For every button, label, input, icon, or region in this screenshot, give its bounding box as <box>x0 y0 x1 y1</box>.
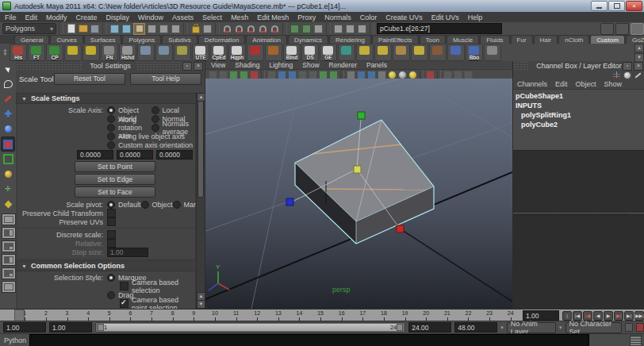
menu-edit-uvs[interactable]: Edit UVs <box>431 13 459 21</box>
shelf-item[interactable] <box>411 44 428 61</box>
shelf-item[interactable]: Hgph <box>228 44 246 61</box>
shelf-tab-painteffects[interactable]: PaintEffects <box>372 35 419 44</box>
shelf-item[interactable]: Blnd <box>283 44 301 61</box>
cb-menu-edit[interactable]: Edit <box>555 80 568 88</box>
snap-to-surface-button[interactable] <box>270 24 280 34</box>
custom-axis-y-field[interactable] <box>117 150 153 160</box>
radio-along-live-object-axis[interactable]: Along live object axis <box>107 133 185 140</box>
shelf-tab-general[interactable]: General <box>14 35 49 44</box>
time-ruler[interactable]: 1 2 3 4 5 6 7 8 9 10 11 12 13 14 15 16 1… <box>0 309 521 321</box>
channel-box-header[interactable]: Channel Box / Layer Editor ▫ × <box>513 61 644 71</box>
layout-hypergraph-persp-button[interactable] <box>2 267 16 279</box>
command-language-toggle[interactable]: Python <box>4 336 26 344</box>
panel-undock-icon[interactable]: ▫ <box>182 62 192 71</box>
vp-menu-panels[interactable]: Panels <box>366 61 387 69</box>
snap-to-plane-button[interactable] <box>258 24 268 34</box>
select-object-button[interactable] <box>121 24 132 34</box>
menu-proxy[interactable]: Proxy <box>297 13 316 21</box>
status-divider[interactable] <box>370 23 374 34</box>
close-button[interactable]: × <box>626 1 642 11</box>
isolate-select-icon[interactable] <box>426 71 435 79</box>
shelf-item[interactable] <box>429 44 447 61</box>
status-divider[interactable] <box>326 23 331 34</box>
shelf-scroll-up[interactable]: ▲ <box>634 44 644 52</box>
shelf-item[interactable] <box>447 44 465 61</box>
textured-mode-icon[interactable] <box>367 71 376 79</box>
shelf-item[interactable]: UTE <box>192 44 209 61</box>
status-divider[interactable] <box>183 23 188 34</box>
node-inputs[interactable]: INPUTS <box>513 101 644 110</box>
manip-axis-icon[interactable] <box>613 71 620 79</box>
range-start-handle[interactable] <box>98 324 104 331</box>
move-tool[interactable]: ✚ <box>1 106 15 121</box>
field-chart-icon[interactable] <box>298 71 307 79</box>
exposure-icon[interactable] <box>464 71 473 79</box>
film-gate-icon[interactable] <box>267 71 276 79</box>
lock-camera-icon[interactable] <box>219 71 228 79</box>
use-all-lights-icon[interactable] <box>378 71 386 79</box>
menu-edit-mesh[interactable]: Edit Mesh <box>257 13 289 21</box>
step-size-field[interactable] <box>107 248 148 257</box>
shelf-item[interactable] <box>484 44 501 61</box>
panel-undock-icon[interactable]: ▫ <box>623 62 632 71</box>
node-polycube2[interactable]: polyCube2 <box>513 120 644 129</box>
playback-start-field[interactable] <box>49 322 92 333</box>
menu-window[interactable]: Window <box>138 13 163 21</box>
layout-outliner-persp-button[interactable] <box>2 254 16 266</box>
shelf-tab-fur[interactable]: Fur <box>511 35 533 44</box>
gate-mask-icon[interactable] <box>288 71 297 79</box>
status-divider[interactable] <box>282 23 287 34</box>
mask-faces-button[interactable] <box>171 24 181 34</box>
mask-points-button[interactable] <box>147 24 157 34</box>
menu-color[interactable]: Color <box>360 13 378 21</box>
vp-menu-shading[interactable]: Shading <box>235 61 259 69</box>
input-connections-button[interactable] <box>289 24 300 34</box>
output-connections-button[interactable] <box>301 24 312 34</box>
shelf-tab-gozbrush[interactable]: GoZBrush <box>626 35 644 44</box>
shelf-item[interactable]: GE <box>320 44 337 61</box>
radio-custom-axis-orientation[interactable]: Custom axis orientation <box>107 141 193 149</box>
shelf-item[interactable] <box>137 44 155 61</box>
highlight-selection-button[interactable] <box>202 24 213 34</box>
render-settings-button[interactable] <box>357 24 367 34</box>
common-selection-section-header[interactable]: ▼ Common Selection Options <box>16 260 197 271</box>
shelf-tab-dynamics[interactable]: Dynamics <box>288 35 328 44</box>
cb-menu-channels[interactable]: Channels <box>517 80 547 88</box>
preserve-uvs-checkbox[interactable] <box>107 217 116 226</box>
xray-joints-icon[interactable] <box>454 71 462 79</box>
shelf-item[interactable] <box>338 44 355 61</box>
range-end-handle[interactable] <box>397 324 403 331</box>
layout-persp-graph-button[interactable] <box>2 281 16 293</box>
menu-modify[interactable]: Modify <box>46 13 67 21</box>
shelf-tab-rendering[interactable]: Rendering <box>329 35 371 44</box>
menu-edit[interactable]: Edit <box>25 13 38 21</box>
select-camera-icon[interactable] <box>209 71 217 79</box>
menu-create[interactable]: Create <box>76 13 98 21</box>
vp-menu-show[interactable]: Show <box>302 61 319 69</box>
shelf-tab-subdivs[interactable]: Subdivs <box>162 35 197 44</box>
universal-manipulator-tool[interactable] <box>1 152 15 167</box>
new-scene-button[interactable] <box>66 24 76 34</box>
animation-start-field[interactable] <box>3 322 46 333</box>
animation-end-field[interactable] <box>454 322 497 333</box>
rotate-tool[interactable] <box>1 121 15 136</box>
menu-set-selector[interactable]: Polygons ▾ <box>2 23 56 34</box>
shelf-item[interactable] <box>82 44 100 61</box>
shelf-tab-animation[interactable]: Animation <box>246 35 287 44</box>
playback-range[interactable]: 1 24 <box>98 324 403 331</box>
image-plane-icon[interactable] <box>250 71 259 79</box>
menu-mesh[interactable]: Mesh <box>231 13 248 21</box>
status-divider[interactable] <box>59 23 63 34</box>
snap-to-curve-button[interactable] <box>234 24 244 34</box>
tool-settings-scrollbar[interactable]: ▲ ▲ ▼ <box>196 93 205 309</box>
shelf-item[interactable]: Bbo <box>466 44 483 61</box>
tool-settings-toggle[interactable] <box>615 23 629 35</box>
menu-help[interactable]: Help <box>468 13 483 21</box>
script-editor-icon[interactable] <box>630 335 642 346</box>
shelf-item[interactable] <box>356 44 374 61</box>
scale-settings-section-header[interactable]: ▼ Scale Settings <box>16 93 197 104</box>
character-set-dropdown[interactable]: No Character Set <box>565 322 623 333</box>
custom-axis-x-field[interactable] <box>77 150 113 160</box>
layout-two-pane-button[interactable] <box>2 227 16 239</box>
chevron-icon[interactable]: ▾ <box>559 325 562 331</box>
